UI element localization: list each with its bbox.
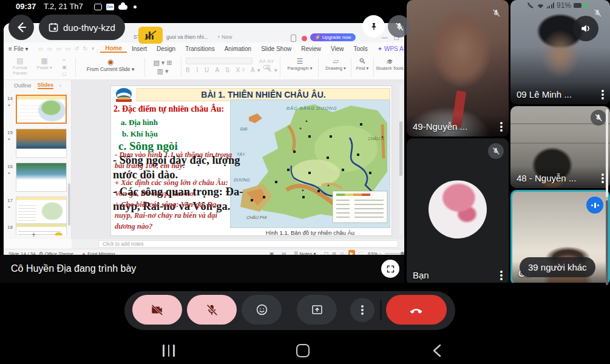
self-tile[interactable]: Bạn [407, 138, 509, 285]
pin-button[interactable] [362, 15, 385, 38]
more-options-button[interactable] [350, 298, 374, 322]
slide-thumbnail-14[interactable] [16, 95, 67, 124]
menu-tools[interactable]: Tools [348, 46, 372, 52]
menu-slideshow[interactable]: Slide Show [256, 46, 296, 52]
participant-tile[interactable]: 49-Nguyễn ... [407, 0, 509, 136]
panel-scrollbar[interactable] [68, 183, 70, 226]
slideshow-play-button[interactable]: ▶ [348, 250, 355, 255]
recents-button[interactable] [163, 345, 175, 357]
participant-tile[interactable]: 48 - Nguyễn ... [510, 106, 610, 188]
menu-view[interactable]: View [326, 46, 349, 52]
phone-icon[interactable] [291, 35, 296, 42]
others-count-badge[interactable]: 39 người khác [520, 257, 595, 277]
menu-transitions[interactable]: Transitions [180, 46, 220, 52]
speaking-indicator-icon [586, 197, 603, 214]
phone-muted-icon [527, 2, 534, 9]
presenting-text: Cô Huyền Địa đang trình bày [11, 263, 136, 274]
tile-menu-button[interactable] [602, 93, 604, 96]
file-menu[interactable]: ≡ File ▾ [4, 46, 33, 52]
end-call-icon [409, 303, 424, 317]
add-slide-button[interactable]: + [32, 231, 36, 239]
spellcheck-icon[interactable]: ▣ [269, 251, 274, 255]
slide-thumbnail-18[interactable] [16, 223, 67, 235]
wps-presentation-app-icon[interactable] [138, 27, 163, 44]
paragraph-button[interactable]: ☰Paragraph ▾ [284, 58, 316, 71]
mic-off-button[interactable] [187, 295, 237, 325]
cut-copy-icons[interactable]: ✂▣▢ [58, 57, 70, 77]
fit-slide-icon[interactable]: ⛶ [359, 251, 362, 255]
menu-home[interactable]: Home [100, 45, 127, 53]
handoff-icon[interactable]: ▤ [282, 251, 286, 255]
student-tools-button[interactable]: 🎓︎Student Tools [375, 58, 404, 71]
menu-design[interactable]: Design [152, 46, 180, 52]
mic-off-icon [205, 303, 219, 317]
participant-tile[interactable]: 09 Lê Minh ... [510, 0, 610, 104]
collapse-panel-icon[interactable]: ‹ [59, 83, 61, 89]
fullscreen-button[interactable] [381, 260, 399, 278]
reactions-button[interactable] [242, 295, 282, 325]
tile-menu-button[interactable] [500, 126, 503, 128]
view-reading-icon[interactable]: ▥ [340, 251, 345, 255]
slide-thumbnail-15[interactable] [16, 129, 67, 158]
meeting-title-pill[interactable]: duo-thvy-kzd [39, 15, 125, 40]
notes-toggle[interactable]: ☰ Notes ▾ [294, 251, 316, 255]
new-tab-button[interactable]: + New [217, 34, 232, 40]
tiles-scrollbar-track[interactable] [606, 200, 608, 285]
view-normal-icon[interactable]: ▢ [324, 251, 329, 255]
home-button[interactable] [296, 344, 310, 357]
present-screen-button[interactable] [297, 295, 337, 325]
transition-star-icon: ✦ [7, 137, 11, 142]
tiles-scrollbar[interactable] [606, 109, 608, 197]
end-call-button[interactable] [386, 295, 447, 325]
tile-menu-button[interactable] [500, 274, 503, 277]
camera-off-button[interactable] [132, 295, 182, 325]
audio-output-speaker-button[interactable] [573, 16, 598, 41]
map-caption: Hình 1.1. Bản đồ tự nhiên châu Âu [230, 229, 390, 236]
slide-task-3: + Cho biết các sông: Von-ga, Đa-nuyp, Ra… [115, 199, 234, 232]
battery-icon [574, 3, 581, 8]
theme-label[interactable]: ⚙ Office Theme [39, 251, 73, 255]
screenshot-notification-icon [94, 4, 102, 10]
svg-text:BẮC BĂNG DƯƠNG: BẮC BĂNG DƯƠNG [286, 106, 337, 111]
menu-insert[interactable]: Insert [127, 46, 152, 52]
format-painter-button[interactable]: ▤Format Painter [7, 57, 33, 76]
current-slide[interactable]: BÀI 1. THIÊN NHIÊN CHÂU ÂU. 2. Đặc điểm … [110, 86, 392, 236]
zoom-out-button[interactable]: − [379, 251, 382, 255]
menu-review[interactable]: Review [296, 46, 326, 52]
tab-slides[interactable]: Slides [38, 82, 54, 89]
transition-star-icon: ✦ [7, 205, 11, 210]
slide-layout-icons[interactable]: ▧ ▾ ⊞▥ ▾ [149, 58, 176, 75]
slide-thumbnail-16[interactable] [16, 163, 67, 192]
find-button[interactable]: 🔍︎Find ▾ [353, 58, 372, 71]
presenting-banner: Cô Huyền Địa đang trình bày [0, 255, 404, 283]
menu-animation[interactable]: Animation [220, 46, 256, 52]
profile-badge-icon[interactable] [302, 36, 307, 41]
control-divider [380, 300, 382, 320]
menu-wps-ai[interactable]: ✦ WPS AI [373, 46, 404, 52]
tile-menu-button[interactable] [602, 177, 604, 180]
slide-thumbnail-row: 18 [6, 223, 69, 235]
back-nav-button[interactable] [432, 344, 442, 357]
browser-tab-title-right[interactable]: guoi va thien nhi... [166, 34, 208, 40]
drawing-button[interactable]: ▱Drawing ▾ [322, 58, 350, 71]
zalo-notification-icon: Zalo [106, 4, 114, 10]
notes-input[interactable]: Click to add notes [98, 240, 398, 248]
zoom-slider[interactable] [385, 253, 404, 254]
paste-button[interactable]: ▦Paste ▾ [35, 57, 53, 70]
from-current-slide-button[interactable]: ◉From Current Slide ▾ [80, 58, 141, 72]
slide-heading: 2. Đặc điểm tự nhiên châu Âu: [114, 104, 224, 114]
background-shelf [510, 123, 610, 144]
quick-access-toolbar[interactable]: ▭ ▭ ▭ ▭ ↺ ↻ ▾ [33, 46, 101, 52]
wifi-icon [537, 2, 544, 9]
minimize-button[interactable]: — [382, 34, 388, 41]
font-missing-warning[interactable]: ▲ Font Missing [81, 251, 115, 255]
font-size-buttons[interactable]: A˄ A˅⌫ [257, 58, 276, 70]
back-button[interactable] [8, 15, 34, 40]
font-name-box[interactable] [186, 58, 252, 64]
more-dots-icon [361, 309, 364, 311]
canvas-scrollbar[interactable] [399, 85, 402, 234]
tab-outline[interactable]: Outline [14, 83, 32, 89]
view-sorter-icon[interactable]: ⊞ [332, 251, 336, 255]
upgrade-now-button[interactable]: ⚡ Upgrade now [310, 33, 356, 41]
slide-thumbnail-17[interactable] [16, 197, 67, 226]
